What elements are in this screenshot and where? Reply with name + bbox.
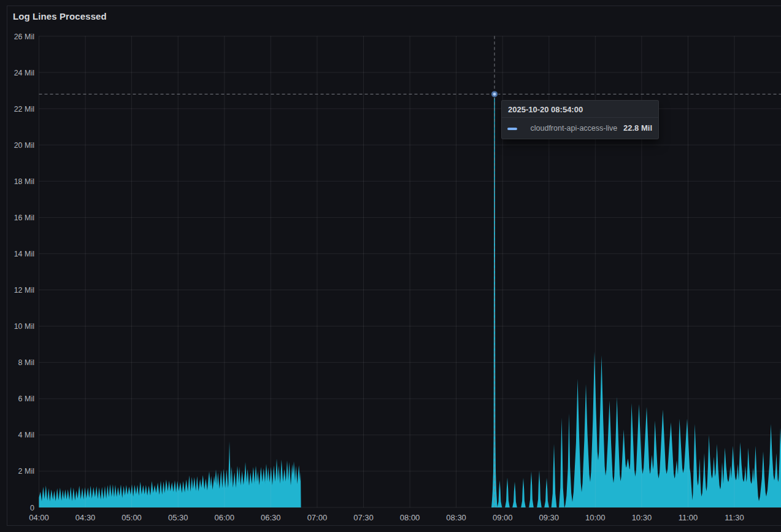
- svg-text:0: 0: [30, 504, 34, 512]
- svg-text:09:30: 09:30: [539, 513, 560, 522]
- svg-text:07:30: 07:30: [353, 513, 374, 522]
- svg-text:08:00: 08:00: [400, 513, 420, 522]
- svg-text:04:30: 04:30: [75, 513, 96, 522]
- svg-text:14 Mil: 14 Mil: [14, 250, 34, 258]
- svg-text:12 Mil: 12 Mil: [14, 286, 34, 295]
- svg-text:11:30: 11:30: [725, 513, 744, 522]
- svg-text:22 Mil: 22 Mil: [14, 105, 34, 114]
- svg-text:05:00: 05:00: [121, 513, 142, 522]
- svg-text:18 Mil: 18 Mil: [14, 177, 34, 186]
- svg-text:16 Mil: 16 Mil: [14, 214, 34, 222]
- svg-text:8 Mil: 8 Mil: [18, 358, 34, 367]
- svg-text:09:00: 09:00: [493, 513, 513, 522]
- svg-text:06:30: 06:30: [261, 513, 281, 522]
- svg-text:04:00: 04:00: [29, 513, 49, 522]
- svg-text:07:00: 07:00: [307, 513, 328, 522]
- svg-text:2 Mil: 2 Mil: [18, 467, 34, 476]
- svg-text:4 Mil: 4 Mil: [18, 431, 34, 439]
- svg-text:10:30: 10:30: [632, 513, 652, 522]
- svg-text:08:30: 08:30: [446, 513, 466, 522]
- svg-text:20 Mil: 20 Mil: [14, 141, 34, 150]
- svg-text:11:00: 11:00: [679, 513, 698, 522]
- svg-text:10 Mil: 10 Mil: [14, 322, 34, 331]
- svg-text:24 Mil: 24 Mil: [14, 69, 34, 77]
- svg-text:06:00: 06:00: [215, 513, 235, 522]
- svg-text:6 Mil: 6 Mil: [18, 395, 34, 403]
- svg-text:05:30: 05:30: [168, 513, 188, 522]
- svg-text:10:00: 10:00: [585, 513, 606, 522]
- svg-text:26 Mil: 26 Mil: [14, 33, 34, 41]
